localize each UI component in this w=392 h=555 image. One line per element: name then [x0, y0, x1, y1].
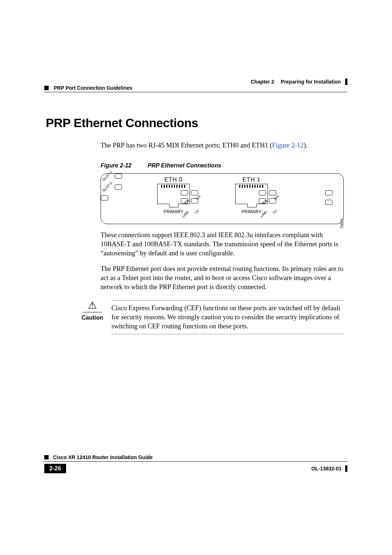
warning-triangle-icon: ⚠	[81, 300, 104, 311]
caution-text: Cisco Express Forwarding (CEF) functions…	[111, 304, 344, 331]
figure-drawing-id: 70693	[340, 219, 344, 229]
chapter-title: Preparing for Installation	[281, 79, 341, 85]
eth1-rx-led-icon	[269, 190, 276, 195]
figure-xref-link[interactable]: Figure 2-12	[272, 142, 304, 149]
footer-rule	[44, 461, 347, 462]
caution-label: Caution	[81, 315, 104, 321]
guide-title: Cisco XR 12410 Router Installation Guide	[53, 454, 153, 460]
page-title: PRP Ethernet Connections	[46, 116, 347, 130]
document-id: OL-13832-01	[311, 466, 342, 471]
figure-number: Figure 2-12	[101, 162, 131, 169]
footer-bullet-icon	[44, 455, 49, 459]
eth1-primary-label: PRIMARY	[213, 209, 290, 214]
eth0-label: ETH 0	[135, 177, 212, 183]
slot1-led-icon	[115, 174, 122, 179]
paragraph-2: The PRP Ethernet port does not provide e…	[101, 264, 344, 292]
header-end-rule-icon	[345, 78, 347, 85]
page-number-badge: 2-26	[44, 464, 66, 473]
slot0-led-icon	[115, 185, 122, 190]
page-footer: Cisco XR 12410 Router Installation Guide…	[44, 454, 347, 473]
right-led-group	[325, 190, 332, 205]
intro-paragraph: The PRP has two RJ-45 MDI Ethernet ports…	[101, 141, 344, 150]
extra-led-icon	[101, 195, 108, 200]
body: The PRP has two RJ-45 MDI Ethernet ports…	[101, 141, 344, 292]
page-content: PRP Port Connection Guidelines Chapter 2…	[44, 78, 347, 334]
eth1-en-led-icon	[259, 190, 266, 195]
eth0-en-led-icon	[181, 190, 188, 195]
slot0-label: SLOT-0	[101, 181, 113, 193]
eth0-primary-label: PRIMARY	[135, 209, 212, 214]
right-led2-icon	[325, 200, 332, 205]
section-breadcrumb: PRP Port Connection Guidelines	[54, 85, 132, 91]
figure-diagram: 70693 SLOT-1 SLOT-0 ETH 0	[101, 173, 344, 224]
caution-top-rule	[111, 300, 344, 301]
eth0-rx-led-icon	[191, 190, 198, 195]
paragraph-1: These connections support IEEE 802.3 and…	[101, 231, 344, 258]
intro-text-before: The PRP has two RJ-45 MDI Ethernet ports…	[101, 142, 272, 149]
figure-caption: Figure 2-12 PRP Ethernet Connections	[101, 162, 344, 169]
right-led1-icon	[325, 190, 332, 195]
caution-bottom-rule	[111, 334, 344, 334]
figure-title: PRP Ethernet Connections	[148, 162, 221, 169]
eth1-label: ETH 1	[213, 177, 290, 183]
header-rule	[44, 92, 347, 92]
intro-text-after: ).	[303, 142, 307, 149]
header-bullet-icon	[44, 86, 49, 90]
chapter-label: Chapter 2	[251, 79, 274, 85]
footer-end-rule-icon	[345, 465, 347, 472]
caution-icon-column: ⚠ Caution	[81, 300, 104, 334]
caution-block: ⚠ Caution Cisco Express Forwarding (CEF)…	[81, 300, 344, 334]
slot1-label: SLOT-1	[101, 170, 113, 182]
running-header: PRP Port Connection Guidelines Chapter 2…	[44, 78, 347, 91]
